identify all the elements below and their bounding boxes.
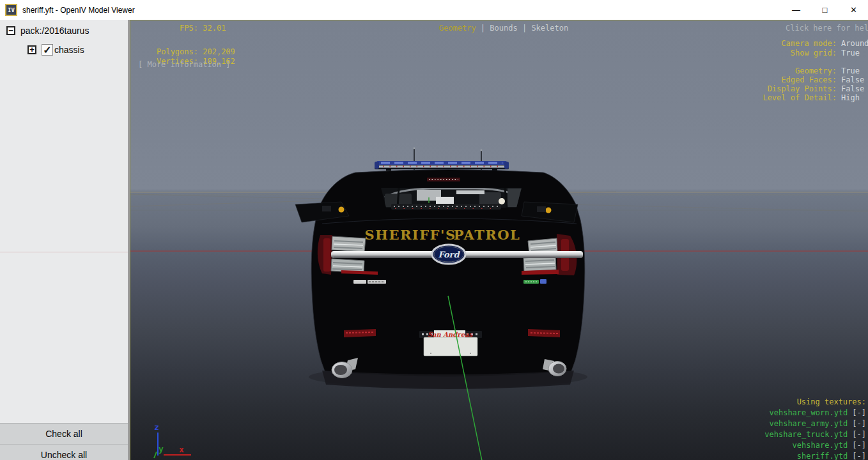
svg-text:Ford: Ford bbox=[438, 250, 460, 259]
mode-bounds[interactable]: Bounds bbox=[490, 24, 517, 33]
tree-item-pack-label[interactable]: pack:/2016taurus bbox=[20, 26, 89, 36]
sheriff-car-model[interactable]: SHERIFF'S PATROL bbox=[295, 148, 587, 389]
expand-icon[interactable]: + bbox=[27, 45, 36, 54]
render-mode-switcher: Geometry | Bounds | Skeleton bbox=[439, 24, 568, 33]
level-of-detail-setting: Level of Detail:High bbox=[763, 93, 864, 102]
pod-emblem-left bbox=[339, 207, 345, 213]
grid-line-bleed bbox=[0, 252, 128, 252]
openiv-model-viewer-window: IV sheriff.yft - OpenIV Model Viewer — □… bbox=[0, 0, 868, 460]
display-settings-overlay: Geometry:True Edged Faces:False Display … bbox=[763, 66, 864, 102]
svg-text:PATROL: PATROL bbox=[454, 227, 521, 243]
texture-collapse-toggle[interactable]: [-] bbox=[852, 452, 866, 460]
maximize-button[interactable]: □ bbox=[810, 0, 839, 20]
texture-item: vehshare.ytd[-] bbox=[764, 440, 866, 451]
display-points-setting: Display Points:False bbox=[763, 84, 864, 93]
textures-list: Using textures: vehshare_worn.ytd[-] veh… bbox=[764, 397, 866, 460]
window-controls: — □ ✕ bbox=[782, 0, 868, 20]
texture-collapse-toggle[interactable]: [-] bbox=[852, 441, 866, 450]
chassis-checkbox[interactable]: ✓ bbox=[42, 44, 53, 56]
close-button[interactable]: ✕ bbox=[839, 0, 868, 20]
texture-item: vehshare_army.ytd[-] bbox=[764, 418, 866, 429]
show-grid-setting: Show grid:True bbox=[781, 49, 868, 58]
license-plate: San Andreas bbox=[419, 330, 482, 356]
texture-item: sheriff.ytd[-] bbox=[764, 451, 866, 460]
window-title: sheriff.yft - OpenIV Model Viewer bbox=[22, 6, 135, 15]
minimize-button[interactable]: — bbox=[782, 0, 810, 20]
axis-x-label: x bbox=[179, 445, 184, 454]
title-bar: IV sheriff.yft - OpenIV Model Viewer — □… bbox=[0, 0, 868, 20]
svg-text:San Andreas: San Andreas bbox=[428, 331, 474, 338]
texture-collapse-toggle[interactable]: [-] bbox=[852, 408, 866, 417]
check-all-button[interactable]: Check all bbox=[0, 423, 128, 444]
police-interceptor-badge bbox=[353, 280, 386, 284]
texture-item: vehshare_worn.ytd[-] bbox=[764, 408, 866, 418]
police-light-bar bbox=[375, 161, 509, 171]
more-information-link[interactable]: [ More information ] bbox=[138, 60, 231, 70]
polygons-readout: Polygons: 202,209 bbox=[138, 47, 235, 57]
svg-text:SHERIFF'S: SHERIFF'S bbox=[364, 227, 456, 243]
tree-item-chassis-label[interactable]: chassis bbox=[54, 45, 84, 55]
axis-z-label: z bbox=[154, 422, 159, 432]
geometry-setting: Geometry:True bbox=[763, 66, 864, 75]
fps-readout: FPS: 32.01 bbox=[138, 24, 235, 33]
mode-geometry[interactable]: Geometry bbox=[439, 24, 476, 33]
texture-collapse-toggle[interactable]: [-] bbox=[852, 419, 866, 428]
model-viewport[interactable]: SHERIFF'S PATROL bbox=[130, 20, 868, 460]
mode-skeleton[interactable]: Skeleton bbox=[531, 24, 568, 33]
third-brake-light bbox=[427, 178, 460, 181]
ecoboost-badge bbox=[523, 279, 546, 284]
model-tree-sidebar: − pack:/2016taurus + ✓ chassis Check all… bbox=[0, 20, 130, 460]
sheriffs-patrol-decal: SHERIFF'S PATROL bbox=[364, 227, 520, 243]
model-viewport-canvas[interactable]: SHERIFF'S PATROL bbox=[130, 20, 868, 460]
camera-settings-overlay: Camera mode:Around Show grid:True bbox=[781, 39, 868, 58]
openiv-logo-icon: IV bbox=[5, 4, 17, 16]
axis-triad: z y x bbox=[154, 422, 191, 458]
edged-faces-setting: Edged Faces:False bbox=[763, 75, 864, 84]
camera-mode-setting: Camera mode:Around bbox=[781, 39, 868, 49]
texture-collapse-toggle[interactable]: [-] bbox=[852, 430, 866, 439]
texture-item: vehshare_truck.ytd[-] bbox=[764, 429, 866, 440]
pod-emblem-right bbox=[546, 208, 552, 213]
axis-y-label: y bbox=[159, 444, 164, 454]
textures-header: Using textures: bbox=[764, 397, 866, 408]
tree-item-pack[interactable]: − pack:/2016taurus bbox=[6, 26, 89, 36]
ford-badge: Ford bbox=[432, 245, 465, 264]
help-link[interactable]: Click here for help bbox=[786, 24, 868, 33]
uncheck-all-button[interactable]: Uncheck all bbox=[0, 444, 128, 460]
collapse-icon[interactable]: − bbox=[6, 26, 15, 35]
cargo-divider-strip bbox=[391, 204, 501, 210]
tree-item-chassis[interactable]: + ✓ chassis bbox=[27, 44, 84, 56]
